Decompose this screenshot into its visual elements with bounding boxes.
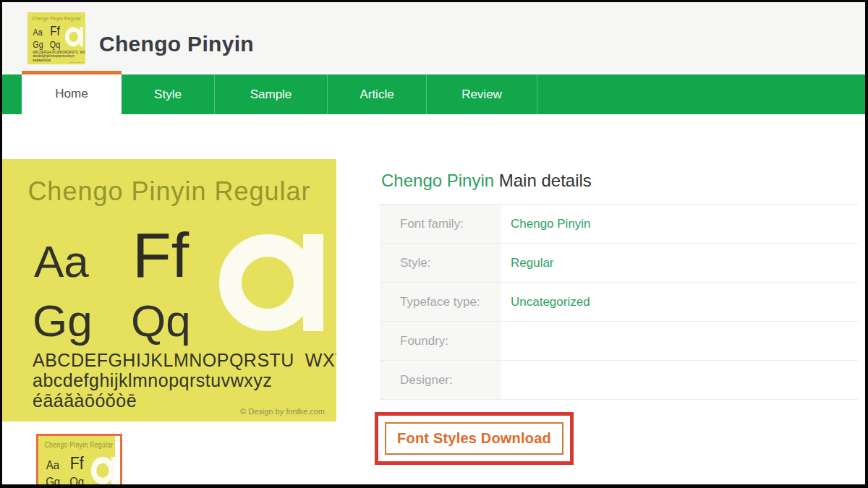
typeface-type-link[interactable]: Uncategorized <box>501 295 590 309</box>
preview-letters-gg: Gg <box>33 39 43 49</box>
page-title: Chengo Pinyin <box>99 32 254 56</box>
row-label: Typeface type: <box>380 283 501 321</box>
tab-sample[interactable]: Sample <box>215 74 328 114</box>
preview-letters-ff: Ff <box>70 453 84 474</box>
preview-letters-aa: Aa <box>33 27 43 38</box>
font-preview-thumbnail-header: Chengo Pinyin Regular Aa Ff Gg Qq ABCDEF… <box>27 12 85 64</box>
page: Chengo Pinyin Regular Aa Ff Gg Qq ABCDEF… <box>0 0 868 488</box>
details-table: Font family: Chengo Pinyin Style: Regula… <box>380 204 858 400</box>
table-row: Designer: <box>380 361 858 400</box>
row-label: Font family: <box>380 205 501 243</box>
a-glyph <box>65 27 83 47</box>
row-label: Foundry: <box>380 322 501 360</box>
annotation-highlight-box: Font Styles Download <box>375 412 574 465</box>
table-row: Font family: Chengo Pinyin <box>380 205 858 244</box>
preview-letters-aa: Aa <box>46 458 59 472</box>
heading-font-name: Chengo Pinyin <box>381 171 494 190</box>
row-label: Designer: <box>380 361 501 399</box>
preview-title: Chengo Pinyin Regular <box>27 16 85 22</box>
preview-credit: © Design by fontke.com <box>240 407 325 416</box>
preview-letters-gg: Gg <box>33 295 93 346</box>
preview-alphabet: ABCDEFGHIJKLMNOPQRSTU WXYZabcdefghijklmn… <box>33 50 85 62</box>
preview-alphabet: ABCDEFGHIJKLMNOPQRSTU WXYZabcdefghijklmn… <box>33 350 336 411</box>
preview-letters-aa: Aa <box>34 236 89 287</box>
thumbnail-edge <box>115 436 120 488</box>
screenshot-border <box>0 484 868 488</box>
main-details-heading: Chengo Pinyin Main details <box>381 171 592 191</box>
preview-letters-ff: Ff <box>50 24 60 38</box>
tab-article[interactable]: Article <box>328 74 427 114</box>
a-glyph <box>91 457 116 484</box>
screenshot-border <box>0 0 2 488</box>
header: Chengo Pinyin Regular Aa Ff Gg Qq ABCDEF… <box>2 2 865 72</box>
preview-letters-qq: Qq <box>50 39 60 49</box>
preview-title: Chengo Pinyin Regular <box>2 176 336 207</box>
preview-title: Chengo Pinyin Regular <box>38 441 119 450</box>
table-row: Style: Regular <box>380 244 858 283</box>
preview-credit: © Design by fontke.com <box>69 61 83 63</box>
font-preview-mini: Chengo Pinyin Regular Aa Ff Gg Qq ABCDEF… <box>27 12 85 64</box>
screenshot-border <box>0 0 868 2</box>
font-family-link[interactable]: Chengo Pinyin <box>501 217 591 231</box>
tab-style[interactable]: Style <box>122 74 215 114</box>
tab-review[interactable]: Review <box>427 74 537 114</box>
font-preview-image: Chengo Pinyin Regular Aa Ff Gg Qq ABCDEF… <box>2 159 336 421</box>
screenshot-border <box>865 0 868 488</box>
font-styles-download-button[interactable]: Font Styles Download <box>385 422 563 455</box>
preview-letters-qq: Qq <box>131 295 191 346</box>
heading-rest: Main details <box>499 171 592 190</box>
table-row: Foundry: <box>380 322 858 361</box>
font-preview-mini: Chengo Pinyin Regular Aa Ff Gg Qq ABCDEF… <box>38 436 119 488</box>
tab-home[interactable]: Home <box>22 71 122 114</box>
style-link[interactable]: Regular <box>501 256 554 270</box>
font-preview-thumbnail-selected[interactable]: Chengo Pinyin Regular Aa Ff Gg Qq ABCDEF… <box>36 434 122 488</box>
preview-letters-ff: Ff <box>132 218 189 292</box>
a-glyph <box>219 234 323 331</box>
row-label: Style: <box>380 244 501 282</box>
table-row: Typeface type: Uncategorized <box>380 283 858 322</box>
